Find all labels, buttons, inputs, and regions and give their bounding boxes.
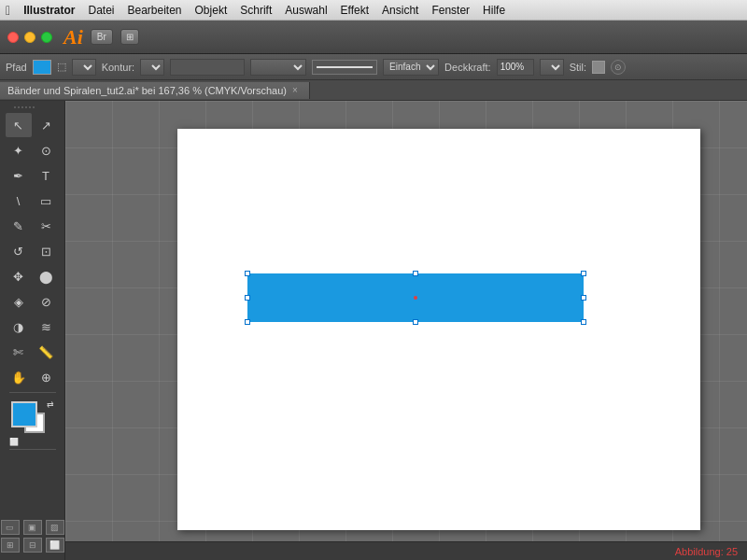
eyedropper-tool[interactable]: ✄ <box>6 340 32 364</box>
measure-tool[interactable]: 📏 <box>33 340 59 364</box>
menu-auswahl[interactable]: Auswahl <box>285 4 327 17</box>
hand-tool[interactable]: ✋ <box>6 365 32 389</box>
rotate-tool[interactable]: ↺ <box>6 239 32 263</box>
tool-grid: ↖ ↗ ✦ ⊙ ✒ T \ ▭ ✎ ✂ ↺ ⊡ ✥ ⬤ ◈ ⊘ ◑ ≋ <box>6 113 60 389</box>
warp-tool[interactable]: ✥ <box>6 264 32 288</box>
view-icon-1[interactable]: ⊞ <box>1 538 20 553</box>
maximize-button[interactable] <box>41 32 52 43</box>
document-title: Bänder und Spiralen_tut2.ai* bei 167,36 … <box>7 85 287 96</box>
fill-color-swatch[interactable] <box>33 60 51 75</box>
handle-ml[interactable] <box>245 295 250 301</box>
menu-fenster[interactable]: Fenster <box>431 4 470 17</box>
selection-tool[interactable]: ↖ <box>6 113 32 137</box>
symbol-tool[interactable]: ⬤ <box>33 264 59 288</box>
artboard <box>177 129 700 530</box>
menu-objekt[interactable]: Objekt <box>195 4 228 17</box>
status-bar: Abbildung: 25 <box>65 541 747 560</box>
menu-illustrator[interactable]: Illustrator <box>23 4 75 17</box>
eraser-tool[interactable]: ✂ <box>33 214 59 238</box>
options-bar: Pfad ⬚ Kontur: Einfach Deckkraft: Stil: … <box>0 54 747 80</box>
main-area: ↖ ↗ ✦ ⊙ ✒ T \ ▭ ✎ ✂ ↺ ⊡ ✥ ⬤ ◈ ⊘ ◑ ≋ <box>0 101 747 560</box>
document-tab[interactable]: Bänder und Spiralen_tut2.ai* bei 167,36 … <box>0 82 310 99</box>
handle-tr[interactable] <box>581 271 586 276</box>
selected-object[interactable] <box>247 273 584 322</box>
tool-divider-2 <box>9 449 56 450</box>
options-button[interactable]: ⊙ <box>611 60 626 75</box>
view-icon-3[interactable]: ⬜ <box>46 538 64 553</box>
fill-icon: ⬚ <box>57 61 66 73</box>
magic-wand-tool[interactable]: ✦ <box>6 138 32 162</box>
traffic-lights <box>7 32 52 43</box>
kontur-value[interactable] <box>170 59 245 76</box>
scale-tool[interactable]: ⊡ <box>33 239 59 263</box>
minimize-button[interactable] <box>24 32 35 43</box>
stil-label: Stil: <box>570 62 586 73</box>
mesh-tool[interactable]: ⊘ <box>33 289 59 314</box>
style-swatch[interactable] <box>592 61 605 74</box>
path-label: Pfad <box>6 62 27 73</box>
workspace-button[interactable]: ⊞ <box>120 29 139 45</box>
status-label: Abbildung: 25 <box>675 546 738 557</box>
menu-ansicht[interactable]: Ansicht <box>382 4 418 17</box>
pen-tool[interactable]: ✒ <box>6 163 32 188</box>
screen-mode-other[interactable]: ▨ <box>46 520 64 535</box>
menu-hilfe[interactable]: Hilfe <box>483 4 505 17</box>
tool-divider <box>9 392 56 393</box>
menu-bearbeiten[interactable]: Bearbeiten <box>127 4 181 17</box>
opacity-input[interactable] <box>497 59 534 76</box>
center-point <box>414 296 417 300</box>
type-tool[interactable]: T <box>33 163 59 188</box>
kontur-width[interactable] <box>250 59 306 76</box>
screen-mode-normal[interactable]: ▭ <box>1 520 20 535</box>
gradient-tool[interactable]: ◑ <box>6 315 32 339</box>
handle-bl[interactable] <box>245 319 250 325</box>
menu-effekt[interactable]: Effekt <box>341 4 369 17</box>
foreground-color[interactable] <box>11 401 37 427</box>
reset-colors-icon[interactable]: ⬜ <box>9 438 19 446</box>
handle-bc[interactable] <box>413 319 418 325</box>
rectangle-tool[interactable]: ▭ <box>33 189 59 213</box>
toolbar: ↖ ↗ ✦ ⊙ ✒ T \ ▭ ✎ ✂ ↺ ⊡ ✥ ⬤ ◈ ⊘ ◑ ≋ <box>0 101 65 560</box>
handle-tc[interactable] <box>413 271 418 276</box>
apple-menu[interactable]:  <box>6 3 10 18</box>
zoom-tool[interactable]: ⊕ <box>33 365 59 389</box>
direct-selection-tool[interactable]: ↗ <box>33 113 59 137</box>
handle-mr[interactable] <box>581 295 586 301</box>
stroke-style-select[interactable]: Einfach <box>383 59 439 76</box>
menu-datei[interactable]: Datei <box>88 4 114 17</box>
opacity-label: Deckkraft: <box>444 62 491 73</box>
handle-br[interactable] <box>581 319 586 325</box>
screen-mode-full[interactable]: ▣ <box>23 520 42 535</box>
kontur-select[interactable] <box>140 59 164 76</box>
kontur-label: Kontur: <box>102 62 134 73</box>
opacity-select[interactable] <box>540 59 564 76</box>
canvas-area[interactable]: Abbildung: 25 <box>65 101 747 560</box>
document-tab-bar: Bänder und Spiralen_tut2.ai* bei 167,36 … <box>0 80 747 101</box>
line-tool[interactable]: \ <box>6 189 32 213</box>
view-icon-2[interactable]: ⊟ <box>23 538 42 553</box>
titlebar: Ai Br ⊞ <box>0 21 747 54</box>
toolbar-grip <box>14 105 51 110</box>
bottom-icons: ▭ ▣ ▨ ⊞ ⊟ ⬜ <box>1 520 64 553</box>
graph-tool[interactable]: ◈ <box>6 289 32 314</box>
document-close-button[interactable]: × <box>292 85 298 95</box>
fill-select[interactable] <box>72 59 96 76</box>
menu-schrift[interactable]: Schrift <box>240 4 272 17</box>
menubar:  Illustrator Datei Bearbeiten Objekt Sc… <box>0 0 747 21</box>
handle-tl[interactable] <box>245 271 250 276</box>
color-controls: ⇄ ⬜ <box>9 399 56 446</box>
lasso-tool[interactable]: ⊙ <box>33 138 59 162</box>
bridge-button[interactable]: Br <box>91 29 113 45</box>
pencil-tool[interactable]: ✎ <box>6 214 32 238</box>
close-button[interactable] <box>7 32 19 43</box>
blend-tool[interactable]: ≋ <box>33 315 59 339</box>
swap-colors-icon[interactable]: ⇄ <box>47 399 54 409</box>
ai-logo: Ai <box>63 25 83 49</box>
stroke-preview <box>312 60 377 75</box>
